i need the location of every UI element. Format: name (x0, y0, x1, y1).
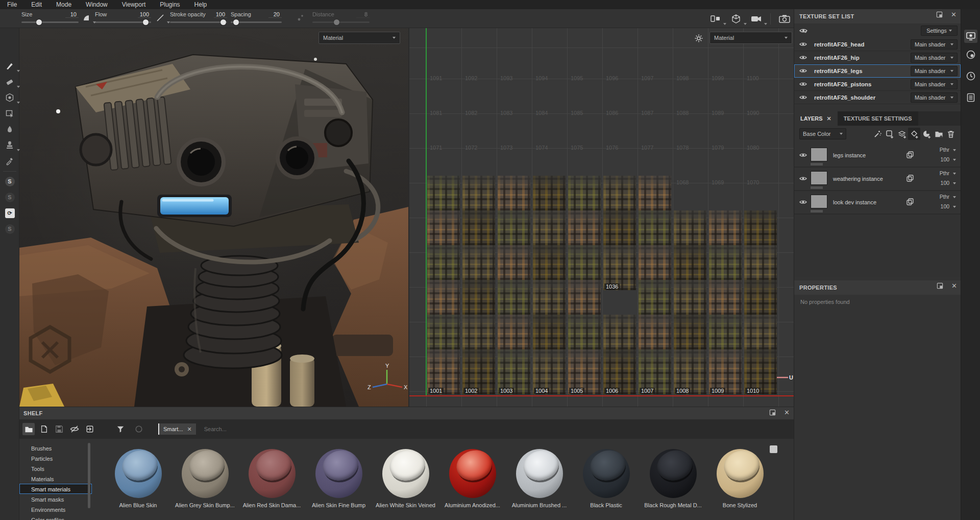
stroke-preset-icon[interactable] (155, 12, 166, 23)
channel-select[interactable]: Base Color (799, 128, 846, 139)
menu-help[interactable]: Help (187, 1, 214, 8)
udim-tile-1093[interactable]: 1093 (497, 48, 532, 83)
slider-value-field[interactable]: 20 (268, 11, 282, 18)
layer-blend-mode-select[interactable]: Pthr (940, 170, 956, 176)
popout-icon[interactable] (769, 409, 776, 416)
shader-select[interactable]: Main shader (911, 66, 958, 76)
texture-set-row-retrofitaf26-shoulder[interactable]: retrofitAF26_shoulder Main shader (794, 91, 961, 104)
material-item-alien-grey-skin-bump[interactable]: Alien Grey Skin Bump... (172, 439, 238, 520)
slider-knob[interactable] (220, 19, 226, 25)
material-picker-tool-icon[interactable] (4, 155, 16, 167)
slider-track[interactable] (231, 21, 282, 23)
slider-track[interactable] (312, 21, 370, 23)
add-mask-stack-icon[interactable] (896, 128, 908, 140)
material-item-aluminium-brushed[interactable]: Aluminium Brushed ... (506, 439, 573, 520)
layer-thumbnail[interactable] (811, 195, 827, 208)
active-filter-tag[interactable]: Smart... ✕ (158, 423, 196, 435)
texture-set-row-retrofitaf26-pistons[interactable]: retrofitAF26_pistons Main shader (794, 78, 961, 91)
udim-tile-1086[interactable]: 1086 (602, 83, 638, 117)
visibility-eye-icon[interactable] (799, 67, 807, 74)
layer-opacity-select[interactable]: 100 (941, 180, 956, 186)
shader-select[interactable]: Main shader (911, 53, 958, 63)
perspective-cube-icon[interactable] (729, 13, 743, 25)
close-tab-icon[interactable]: ✕ (827, 115, 831, 122)
udim-tile-1094[interactable]: 1094 (532, 48, 567, 83)
slider-value-field[interactable]: 8 (356, 11, 370, 18)
toggle-all-visibility-icon[interactable] (799, 27, 807, 34)
add-folder-icon[interactable] (933, 128, 945, 140)
add-smart-material-wand-icon[interactable] (871, 128, 884, 140)
udim-tile-1002[interactable]: 1002 (461, 361, 497, 395)
udim-tile-1083[interactable]: 1083 (497, 83, 532, 117)
layer-row-weathering-instance[interactable]: weathering instance Pthr 100 (794, 168, 961, 191)
layer-blend-mode-select[interactable]: Pthr (940, 147, 956, 153)
hide-resources-eye-slash-icon[interactable] (68, 423, 81, 435)
plugin-resources-updater-icon[interactable]: ⟳ (4, 207, 16, 219)
slider-track[interactable] (21, 21, 79, 23)
paint-tool-icon[interactable] (4, 60, 16, 72)
add-fill-layer-icon[interactable] (908, 128, 920, 140)
menu-file[interactable]: File (0, 1, 24, 8)
delete-layer-trash-icon[interactable] (945, 128, 957, 140)
history-icon[interactable] (964, 69, 977, 83)
layer-visibility-eye-icon[interactable] (799, 175, 807, 182)
udim-tile-1090[interactable]: 1090 (743, 83, 778, 117)
log-icon[interactable] (964, 91, 977, 104)
filter-funnel-icon[interactable] (114, 423, 127, 435)
material-item-black-rough-metal-d[interactable]: Black Rough Metal D... (640, 439, 706, 520)
slider-knob[interactable] (233, 19, 239, 25)
material-item-black-plastic[interactable]: Black Plastic (573, 439, 640, 520)
udim-tile-1085[interactable]: 1085 (567, 83, 602, 117)
layer-visibility-eye-icon[interactable] (799, 199, 807, 205)
material-item-aluminium-anodized[interactable]: Aluminium Anodized... (439, 439, 506, 520)
udim-tile-1073[interactable]: 1073 (497, 117, 532, 152)
slider-knob[interactable] (334, 19, 339, 25)
shader-select[interactable]: Main shader (911, 79, 958, 89)
slider-value-field[interactable]: 10 (65, 11, 79, 18)
viewport-3d[interactable]: Material Y X Z (19, 28, 408, 407)
menu-window[interactable]: Window (79, 1, 115, 8)
udim-tile-1077[interactable]: 1077 (638, 117, 673, 152)
menu-edit[interactable]: Edit (24, 1, 49, 8)
material-item-alien-blue-skin[interactable]: Alien Blue Skin (105, 439, 172, 520)
udim-tile-1096[interactable]: 1096 (602, 48, 638, 83)
close-icon[interactable]: ✕ (951, 11, 957, 18)
layer-thumbnail[interactable] (811, 171, 827, 185)
udim-tile-1068[interactable]: 1068 (673, 152, 708, 187)
plugin-substance-share-icon[interactable]: S (4, 223, 16, 235)
layer-row-legs-instance[interactable]: legs instance Pthr 100 (794, 144, 961, 168)
plugin-substance-dim-icon[interactable]: S (4, 191, 16, 203)
shelf-folder-icon[interactable] (22, 423, 35, 435)
menu-mode[interactable]: Mode (49, 1, 79, 8)
udim-tile-1036[interactable]: 1036 (602, 256, 638, 291)
tab-texture-set-settings[interactable]: TEXTURE SET SETTINGS (838, 111, 918, 126)
material-item-alien-skin-fine-bump[interactable]: Alien Skin Fine Bump (305, 439, 372, 520)
material-item-bone-stylized[interactable]: Bone Stylized (706, 439, 773, 520)
shading-mode-select-2d[interactable]: Material (709, 32, 792, 44)
thumbnail-size-toggle[interactable] (770, 445, 777, 453)
shelf-category-tools[interactable]: Tools (19, 463, 92, 474)
properties-header[interactable]: PROPERTIES ✕ (794, 280, 961, 295)
categories-scrollbar[interactable] (88, 443, 90, 508)
udim-tile-1088[interactable]: 1088 (673, 83, 708, 117)
remove-filter-icon[interactable]: ✕ (187, 426, 192, 433)
shelf-category-environments[interactable]: Environments (19, 504, 92, 514)
texture-set-row-retrofitaf26-legs[interactable]: retrofitAF26_legs Main shader (794, 64, 961, 78)
slider-value-field[interactable]: 100 (138, 11, 151, 18)
slider-knob[interactable] (36, 19, 42, 25)
menu-plugins[interactable]: Plugins (153, 1, 187, 8)
layer-opacity-select[interactable]: 100 (941, 156, 956, 162)
slider-knob[interactable] (143, 19, 149, 25)
close-icon[interactable]: ✕ (784, 409, 790, 416)
udim-tile-1097[interactable]: 1097 (638, 48, 673, 83)
shelf-category-smart-materials[interactable]: Smart materials (19, 484, 92, 494)
udim-tile-1008[interactable]: 1008 (673, 361, 708, 395)
shader-select[interactable]: Main shader (911, 92, 958, 103)
shelf-header[interactable]: SHELF ✕ (19, 407, 794, 419)
udim-tile-1072[interactable]: 1072 (461, 117, 497, 152)
add-smart-mask-icon[interactable] (884, 128, 896, 140)
shelf-category-color-profiles[interactable]: Color profiles (19, 514, 92, 520)
slider-value-field[interactable]: 100 (214, 11, 227, 18)
new-resource-icon[interactable] (38, 423, 50, 435)
smudge-tool-icon[interactable] (4, 123, 16, 135)
